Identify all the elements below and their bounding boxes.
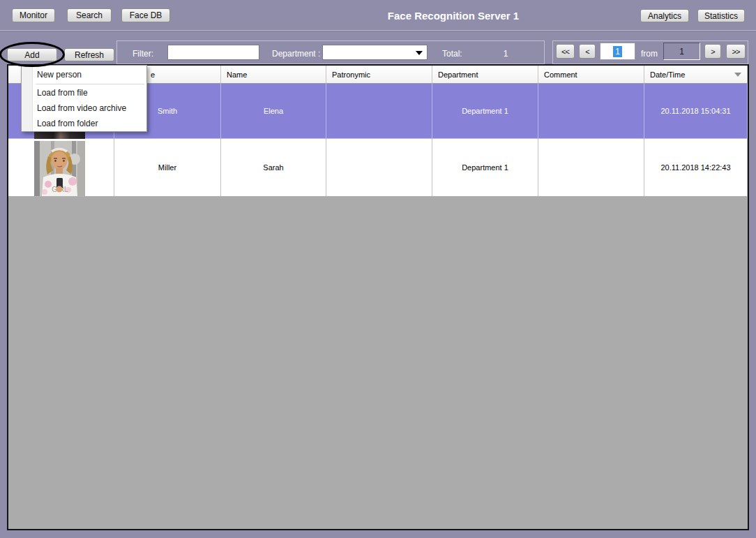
datetime-cell[interactable]: 20.11.2018 15:04:31 (644, 84, 748, 138)
chevron-down-icon (416, 51, 423, 55)
department-cell[interactable]: Department 1 (432, 139, 538, 196)
department-select[interactable] (322, 45, 428, 60)
patronymic-cell[interactable] (326, 139, 432, 196)
column-header-name[interactable]: Name (221, 66, 326, 84)
menu-item-load-from-file[interactable]: Load from file (22, 85, 146, 100)
last-page-button[interactable]: >> (726, 44, 746, 59)
name-cell[interactable]: Sarah (221, 139, 326, 196)
current-page-input[interactable]: 1 (600, 43, 635, 60)
column-header-department[interactable]: Department (432, 66, 538, 84)
comment-cell[interactable] (538, 139, 644, 196)
table-row[interactable]: GIRL Miller Sarah Department 1 20.11.201… (8, 139, 748, 197)
filter-label: Filter: (133, 49, 153, 59)
column-header-patronymic[interactable]: Patronymic (326, 66, 432, 84)
current-page-selected-text: 1 (613, 46, 622, 57)
first-page-button[interactable]: << (556, 44, 575, 59)
sort-descending-icon[interactable] (734, 73, 741, 77)
statistics-button[interactable]: Statistics (697, 9, 745, 22)
column-header-datetime[interactable]: Date/Time (644, 66, 748, 84)
photo-cell[interactable]: GIRL (8, 139, 114, 196)
total-value: 1 (495, 49, 516, 59)
name-cell[interactable]: Elena (221, 84, 326, 138)
previous-page-button[interactable]: < (579, 44, 596, 59)
topbar-divider-shadow (0, 31, 756, 31)
total-pages-field: 1 (663, 43, 700, 60)
monitor-button[interactable]: Monitor (12, 8, 55, 22)
patronymic-cell[interactable] (326, 84, 432, 138)
from-label: from (641, 49, 658, 59)
comment-cell[interactable] (538, 84, 644, 138)
refresh-button[interactable]: Refresh (64, 48, 114, 61)
menu-item-load-from-folder[interactable]: Load from folder (22, 116, 146, 131)
person-photo: GIRL (34, 141, 85, 196)
face-db-button[interactable]: Face DB (121, 8, 170, 22)
datetime-cell[interactable]: 20.11.2018 14:22:43 (644, 139, 748, 196)
column-header-comment[interactable]: Comment (538, 66, 644, 84)
analytics-button[interactable]: Analytics (640, 9, 689, 22)
filter-input[interactable] (167, 45, 259, 60)
surname-cell[interactable]: Miller (114, 139, 221, 196)
column-header-datetime-label: Date/Time (650, 70, 685, 79)
total-label: Total: (442, 49, 462, 59)
add-dropdown-menu: New person Load from file Load from vide… (21, 65, 147, 132)
page-title: Face Recognition Server 1 (349, 10, 558, 22)
persons-table: e Name Patronymic Department Comment Dat… (7, 64, 749, 530)
next-page-button[interactable]: > (704, 44, 721, 59)
department-cell[interactable]: Department 1 (432, 84, 538, 138)
search-button[interactable]: Search (67, 8, 112, 22)
face-recognition-server-window: Monitor Search Face DB Face Recognition … (0, 0, 756, 538)
department-label: Department : (272, 49, 320, 59)
add-button[interactable]: Add (7, 48, 57, 61)
menu-item-new-person[interactable]: New person (22, 67, 146, 82)
menu-separator (36, 84, 144, 84)
menu-item-load-from-video-archive[interactable]: Load from video archive (22, 100, 146, 116)
